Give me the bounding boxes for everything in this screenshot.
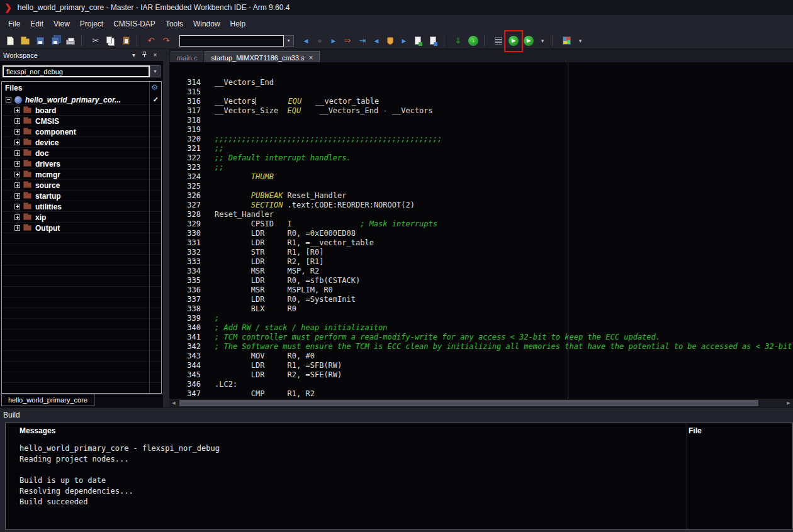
line-number-gutter[interactable]: 342 [169,342,201,352]
code-line[interactable]: 328Reset_Handler [169,210,793,219]
code-line[interactable]: 324 THUMB [169,172,793,182]
expand-icon[interactable] [14,150,20,156]
line-number-gutter[interactable]: 328 [169,210,201,219]
download-active-application-icon[interactable]: ↓ [466,34,481,48]
line-number-gutter[interactable]: 332 [169,248,201,257]
cut-icon[interactable]: ✂ [88,34,103,48]
previous-bookmark-icon[interactable]: ◀ [370,34,383,48]
expand-icon[interactable] [14,140,20,145]
line-number-gutter[interactable]: 321 [169,144,201,153]
line-number-gutter[interactable]: 322 [169,153,201,163]
line-number-gutter[interactable]: 315 [169,87,201,97]
code-line[interactable]: 345 LDR R2, =SFE(RW) [169,370,793,380]
paste-icon[interactable] [118,34,133,48]
menu-item-tools[interactable]: Tools [160,16,188,31]
line-number-gutter[interactable]: 329 [169,219,201,229]
tree-item-component[interactable]: component [2,126,161,137]
line-number-gutter[interactable]: 335 [169,276,201,285]
combo-dropdown-icon[interactable]: ▾ [284,35,294,47]
expand-icon[interactable] [14,204,20,209]
line-number-gutter[interactable]: 323 [169,163,201,172]
line-number-gutter[interactable]: 343 [169,352,201,361]
make-icon[interactable] [425,34,441,48]
open-file-icon[interactable] [18,34,33,48]
code-line[interactable]: 317__Vectors_Size EQU __Vectors_End - __… [169,106,793,116]
tree-item-startup[interactable]: startup [2,191,161,201]
code-line[interactable]: 342; The Software must ensure the TCM is… [169,342,793,352]
window-menu-icon[interactable]: ▾ [129,52,138,58]
copy-icon[interactable] [103,34,118,48]
expand-icon[interactable] [14,172,20,177]
expand-icon[interactable] [14,214,20,220]
tree-item-source[interactable]: source [2,180,161,191]
panel-splitter[interactable] [163,49,169,407]
line-number-gutter[interactable]: 327 [169,201,201,210]
line-number-gutter[interactable]: 341 [169,333,201,342]
editor[interactable]: 314__Vectors_End315316__Vectors EQU __ve… [169,62,793,407]
code-line[interactable]: 320;;;;;;;;;;;;;;;;;;;;;;;;;;;;;;;;;;;;;… [169,135,793,144]
code-line[interactable]: 339; [169,314,793,323]
menu-item-help[interactable]: Help [225,16,251,31]
code-line[interactable]: 341; TCM controller must perform a read-… [169,333,793,342]
save-icon[interactable] [33,34,48,48]
menu-item-window[interactable]: Window [188,16,225,31]
line-number-gutter[interactable]: 340 [169,323,201,333]
code-line[interactable]: 318 [169,116,793,125]
expand-icon[interactable] [14,193,20,199]
scroll-left-icon[interactable]: ◀ [169,399,178,407]
tree-item-project-root[interactable]: hello_world_primary_cor... [2,94,161,105]
code-line[interactable]: 346.LC2: [169,380,793,389]
tree-item-board[interactable]: board [2,105,161,116]
build-config-select[interactable]: flexspi_nor_debug [3,65,150,77]
editor-tab-main-c[interactable]: main.c [171,51,203,62]
code-line[interactable]: 331 LDR R1, =__vector_table [169,238,793,248]
line-number-gutter[interactable]: 336 [169,285,201,295]
line-number-gutter[interactable]: 346 [169,380,201,389]
file-column-header[interactable]: File [682,426,702,435]
line-number-gutter[interactable]: 333 [169,257,201,267]
tree-item-output[interactable]: Output [2,223,161,233]
line-number-gutter[interactable]: 314 [169,78,201,87]
line-number-gutter[interactable]: 320 [169,135,201,144]
toggle-bookmark-icon[interactable]: ⇥ [355,34,370,48]
tab-close-icon[interactable]: × [309,54,313,62]
expand-icon[interactable] [14,225,20,231]
line-number-gutter[interactable]: 316 [169,97,201,106]
code-line[interactable]: 330 LDR R0, =0xE000ED08 [169,229,793,238]
line-number-gutter[interactable]: 330 [169,229,201,238]
close-icon[interactable]: × [150,52,160,58]
code-line[interactable]: 321;; [169,144,793,153]
tree-item-cmsis[interactable]: CMSIS [2,116,161,126]
code-area[interactable]: 314__Vectors_End315316__Vectors EQU __ve… [169,62,793,399]
scrollbar-track[interactable] [178,399,784,407]
tree-item-drivers[interactable]: drivers [2,158,161,169]
expand-icon[interactable] [14,182,20,188]
print-icon[interactable] [63,34,78,48]
code-line[interactable]: 316__Vectors EQU __vector_table [169,97,793,106]
pin-icon[interactable] [140,52,149,59]
tree-item-mcmgr[interactable]: mcmgr [2,169,161,180]
code-line[interactable]: 336 MSR MSPLIM, R0 [169,285,793,295]
save-all-icon[interactable] [48,34,63,48]
code-line[interactable]: 333 LDR R2, [R1] [169,257,793,267]
menu-item-view[interactable]: View [48,16,75,31]
line-number-gutter[interactable]: 325 [169,182,201,191]
tree-item-utilities[interactable]: utilities [2,201,161,212]
tree-item-device[interactable]: device [2,137,161,148]
cmsis-manager-icon[interactable] [559,34,574,48]
collapse-icon[interactable] [6,97,11,103]
code-line[interactable]: 315 [169,87,793,97]
line-number-gutter[interactable]: 339 [169,314,201,323]
editor-tab-startup-mimxrt1186-cm33-s[interactable]: startup_MIMXRT1186_cm33.s× [205,51,319,62]
line-number-gutter[interactable]: 344 [169,361,201,370]
code-line[interactable]: 327 SECTION .text:CODE:REORDER:NOROOT(2) [169,201,793,210]
menu-item-edit[interactable]: Edit [25,16,48,31]
line-number-gutter[interactable]: 337 [169,295,201,304]
debug-log-icon[interactable] [491,34,506,48]
download-and-debug-icon[interactable]: ▶ [506,34,521,48]
compile-icon[interactable] [410,34,425,48]
scrollbar-thumb[interactable] [179,400,758,406]
expand-icon[interactable] [14,161,20,167]
undo-icon[interactable]: ↶ [143,34,159,48]
expand-icon[interactable] [14,108,20,113]
